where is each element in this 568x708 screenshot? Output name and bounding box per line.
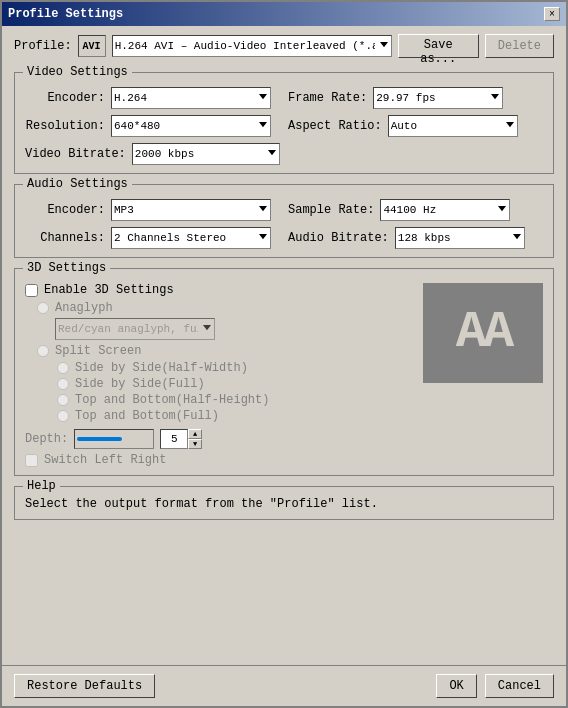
3d-settings-section: 3D Settings Enable 3D Settings Anaglyph — [14, 268, 554, 476]
enable-3d-row: Enable 3D Settings — [25, 283, 415, 297]
title-bar: Profile Settings × — [2, 2, 566, 26]
depth-row: Depth: ▲ ▼ — [25, 429, 415, 449]
split-opt-4: Top and Bottom(Full) — [57, 409, 415, 423]
side-by-side-full-radio[interactable] — [57, 378, 69, 390]
split-opt-3-label: Top and Bottom(Half-Height) — [75, 393, 269, 407]
depth-spinner[interactable]: ▲ ▼ — [160, 429, 202, 449]
side-by-side-half-radio[interactable] — [57, 362, 69, 374]
audio-encoder-label: Encoder: — [25, 203, 105, 217]
enable-3d-checkbox[interactable] — [25, 284, 38, 297]
aspect-ratio-label: Aspect Ratio: — [288, 119, 382, 133]
3d-settings-title: 3D Settings — [23, 261, 110, 275]
split-opt-4-label: Top and Bottom(Full) — [75, 409, 219, 423]
restore-defaults-button[interactable]: Restore Defaults — [14, 674, 155, 698]
footer-buttons: OK Cancel — [436, 674, 554, 698]
anaglyph-type-select[interactable]: Red/cyan anaglyph, full color — [55, 318, 215, 340]
depth-value[interactable] — [160, 429, 188, 449]
split-opt-2: Side by Side(Full) — [57, 377, 415, 391]
dialog-body: Profile: AVI H.264 AVI – Audio-Video Int… — [2, 26, 566, 665]
frame-rate-label: Frame Rate: — [288, 91, 367, 105]
depth-up-button[interactable]: ▲ — [188, 429, 202, 439]
split-opt-1-label: Side by Side(Half-Width) — [75, 361, 248, 375]
aspect-ratio-select[interactable]: Auto — [388, 115, 518, 137]
depth-label: Depth: — [25, 432, 68, 446]
ok-button[interactable]: OK — [436, 674, 476, 698]
audio-bitrate-label: Audio Bitrate: — [288, 231, 389, 245]
audio-settings-section: Audio Settings Encoder: MP3 Sample Rate:… — [14, 184, 554, 258]
depth-down-button[interactable]: ▼ — [188, 439, 202, 449]
resolution-row: Resolution: 640*480 — [25, 115, 280, 137]
3d-options: Enable 3D Settings Anaglyph Red/cyan ana… — [25, 283, 415, 467]
split-screen-group: Split Screen Side by Side(Half-Width) Si… — [25, 344, 415, 423]
encoder-label: Encoder: — [25, 91, 105, 105]
sample-rate-select[interactable]: 44100 Hz — [380, 199, 510, 221]
split-screen-radio[interactable] — [37, 345, 49, 357]
video-bitrate-row: Video Bitrate: 2000 kbps — [25, 143, 280, 165]
video-encoder-select[interactable]: H.264 — [111, 87, 271, 109]
audio-bitrate-row: Audio Bitrate: 128 kbps — [288, 227, 543, 249]
channels-row: Channels: 2 Channels Stereo — [25, 227, 280, 249]
audio-encoder-select[interactable]: MP3 — [111, 199, 271, 221]
video-settings-title: Video Settings — [23, 65, 132, 79]
frame-rate-row: Frame Rate: 29.97 fps — [288, 87, 543, 109]
profile-label: Profile: — [14, 39, 72, 53]
resolution-label: Resolution: — [25, 119, 105, 133]
audio-encoder-row: Encoder: MP3 — [25, 199, 280, 221]
delete-button[interactable]: Delete — [485, 34, 554, 58]
switch-left-right-label: Switch Left Right — [44, 453, 166, 467]
resolution-select[interactable]: 640*480 — [111, 115, 271, 137]
profile-icon: AVI — [78, 35, 106, 57]
audio-settings-title: Audio Settings — [23, 177, 132, 191]
aspect-ratio-row: Aspect Ratio: Auto — [288, 115, 543, 137]
video-bitrate-select[interactable]: 2000 kbps — [132, 143, 280, 165]
profile-select[interactable]: H.264 AVI – Audio-Video Interleaved (*.a… — [112, 35, 392, 57]
dialog-title: Profile Settings — [8, 7, 123, 21]
encoder-row: Encoder: H.264 — [25, 87, 280, 109]
anaglyph-label[interactable]: Anaglyph — [55, 301, 113, 315]
help-title: Help — [23, 479, 60, 493]
profile-row: Profile: AVI H.264 AVI – Audio-Video Int… — [14, 34, 554, 58]
anaglyph-group: Anaglyph Red/cyan anaglyph, full color — [25, 301, 415, 340]
save-as-button[interactable]: Save as... — [398, 34, 479, 58]
split-screen-label[interactable]: Split Screen — [55, 344, 141, 358]
close-button[interactable]: × — [544, 7, 560, 21]
switch-left-right-row: Switch Left Right — [25, 453, 415, 467]
video-settings-section: Video Settings Encoder: H.264 Frame Rate… — [14, 72, 554, 174]
video-bitrate-label: Video Bitrate: — [25, 147, 126, 161]
frame-rate-select[interactable]: 29.97 fps — [373, 87, 503, 109]
preview-aa-text: AA — [456, 307, 510, 359]
top-bottom-half-radio[interactable] — [57, 394, 69, 406]
help-section: Help Select the output format from the "… — [14, 486, 554, 520]
dialog-window: Profile Settings × Profile: AVI H.264 AV… — [0, 0, 568, 708]
split-opt-3: Top and Bottom(Half-Height) — [57, 393, 415, 407]
switch-left-right-checkbox[interactable] — [25, 454, 38, 467]
dialog-footer: Restore Defaults OK Cancel — [2, 665, 566, 706]
anaglyph-radio[interactable] — [37, 302, 49, 314]
sample-rate-row: Sample Rate: 44100 Hz — [288, 199, 543, 221]
split-screen-radio-row: Split Screen — [37, 344, 415, 358]
channels-select[interactable]: 2 Channels Stereo — [111, 227, 271, 249]
anaglyph-radio-row: Anaglyph — [37, 301, 415, 315]
split-opt-1: Side by Side(Half-Width) — [57, 361, 415, 375]
split-options: Side by Side(Half-Width) Side by Side(Fu… — [37, 361, 415, 423]
channels-label: Channels: — [25, 231, 105, 245]
enable-3d-label[interactable]: Enable 3D Settings — [44, 283, 174, 297]
depth-slider[interactable] — [74, 429, 154, 449]
help-text: Select the output format from the "Profi… — [25, 497, 543, 511]
cancel-button[interactable]: Cancel — [485, 674, 554, 698]
audio-bitrate-select[interactable]: 128 kbps — [395, 227, 525, 249]
3d-preview: AA — [423, 283, 543, 383]
top-bottom-full-radio[interactable] — [57, 410, 69, 422]
sample-rate-label: Sample Rate: — [288, 203, 374, 217]
split-opt-2-label: Side by Side(Full) — [75, 377, 205, 391]
